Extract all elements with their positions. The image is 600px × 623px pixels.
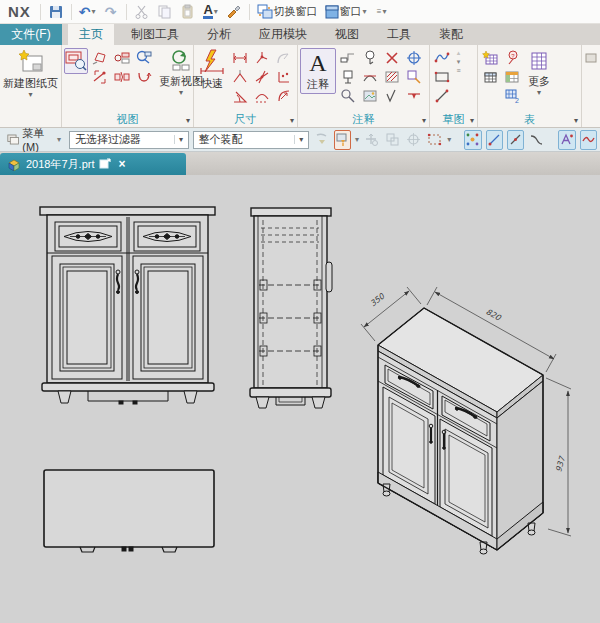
tab-view[interactable]: 视图	[324, 24, 370, 45]
angular-dimension-button[interactable]	[230, 86, 250, 105]
spline-point-toggle[interactable]	[558, 130, 575, 150]
annotation-group-caret-icon[interactable]: ▾	[422, 116, 426, 125]
fillet-dimension-button[interactable]	[274, 48, 294, 67]
isometric-view[interactable]	[378, 308, 543, 554]
sketch-group-caret-icon[interactable]: ▾	[470, 116, 474, 125]
filter-caret-icon[interactable]: ▾	[355, 135, 359, 144]
top-view[interactable]	[44, 470, 214, 552]
base-view-button[interactable]	[64, 48, 88, 74]
annotation-tool-column	[404, 48, 424, 105]
copy-object-button[interactable]	[384, 130, 401, 150]
radial-dimension-button[interactable]	[274, 86, 294, 105]
save-button[interactable]	[46, 2, 66, 22]
tab-application[interactable]: 应用模块	[248, 24, 318, 45]
section-view-button[interactable]	[90, 67, 110, 86]
selection-filter-caret-icon: ▾	[174, 135, 188, 144]
side-view[interactable]	[250, 208, 332, 408]
tab-home[interactable]: 主页	[68, 24, 114, 45]
snap-point-toggle[interactable]	[464, 130, 481, 150]
ordinate-dimension-button[interactable]	[252, 48, 272, 67]
rectangle-select-button[interactable]	[426, 130, 443, 150]
group-content: ?	[478, 45, 581, 111]
delete-annotation-button[interactable]	[382, 48, 402, 67]
projected-view-button[interactable]	[90, 48, 110, 67]
rapid-dimension-button[interactable]: 快速	[196, 48, 228, 92]
rectangle-button[interactable]	[432, 67, 452, 86]
revolved-section-button[interactable]	[134, 67, 154, 86]
auto-balloon-button[interactable]: ?	[502, 48, 522, 67]
paste-button[interactable]	[178, 2, 198, 22]
format-painter-button[interactable]	[224, 2, 244, 22]
snap-scope-button[interactable]	[405, 130, 422, 150]
update-parts-list-button[interactable]: 2	[502, 86, 522, 105]
magnify-note-button[interactable]	[338, 86, 358, 105]
midpoint-snap-toggle[interactable]	[507, 130, 524, 150]
chain-dimension-button[interactable]	[252, 67, 272, 86]
target-point-button[interactable]	[404, 48, 424, 67]
studio-spline-button[interactable]	[432, 48, 452, 67]
sketch-scroll-down-icon[interactable]: ▾	[454, 57, 463, 66]
customize-qat-button[interactable]: ≡ ▾	[372, 2, 392, 22]
selection-filter-combo[interactable]: 无选择过滤器 ▾	[69, 131, 188, 149]
line-button[interactable]	[432, 86, 452, 105]
view-wizard-button[interactable]	[134, 48, 154, 67]
sketch-scroll-up-icon[interactable]: ▴	[454, 48, 463, 57]
update-views-icon	[169, 49, 193, 73]
endpoint-snap-toggle[interactable]	[486, 130, 503, 150]
arc-length-dimension-button[interactable]	[252, 86, 272, 105]
rapid-dimension-icon	[199, 49, 225, 75]
coordinate-dimension-button[interactable]	[274, 67, 294, 86]
document-tab[interactable]: 2018年7月.prt ×	[0, 153, 186, 175]
surface-finish-button[interactable]	[382, 86, 402, 105]
image-button[interactable]	[360, 86, 380, 105]
cut-button[interactable]	[132, 2, 152, 22]
selection-scope-combo[interactable]: 整个装配 ▾	[193, 131, 309, 149]
front-view[interactable]	[40, 207, 215, 404]
note-button[interactable]: A 注释	[300, 48, 336, 94]
undo-button[interactable]: ↶ ▾	[77, 2, 98, 22]
datum-feature-button[interactable]	[338, 67, 358, 86]
clipped-tool-button[interactable]	[584, 48, 598, 67]
menu-button[interactable]: 菜单(M) ▾	[3, 124, 65, 155]
tab-assemblies[interactable]: 装配	[428, 24, 474, 45]
tab-file[interactable]: 文件(F)	[0, 24, 62, 45]
tab-analysis[interactable]: 分析	[196, 24, 242, 45]
select-mode-caret-icon[interactable]: ▾	[447, 135, 451, 144]
tab-drafting-tools[interactable]: 制图工具	[120, 24, 190, 45]
drawing-canvas[interactable]: 350 820 937	[0, 175, 600, 623]
feature-control-frame-button[interactable]	[338, 48, 358, 67]
copy-button[interactable]	[155, 2, 175, 22]
window-menu-button[interactable]: 窗口 ▾	[323, 2, 369, 22]
font-color-button[interactable]: A ▾	[201, 2, 221, 22]
bend-table-button[interactable]	[502, 67, 522, 86]
table-more-button[interactable]: 更多 ▾	[524, 48, 554, 97]
parts-list-button[interactable]	[480, 67, 500, 86]
dimension-group-caret-icon[interactable]: ▾	[290, 116, 294, 125]
weld-symbol-button[interactable]	[404, 86, 424, 105]
detail-view-button[interactable]	[112, 48, 132, 67]
dimension-height[interactable]: 937	[546, 378, 571, 536]
view-group-caret-icon[interactable]: ▾	[186, 116, 190, 125]
linear-dimension-button[interactable]	[230, 48, 250, 67]
break-view-button[interactable]	[112, 67, 132, 86]
crosshatch-button[interactable]	[382, 67, 402, 86]
intersection-symbol-button[interactable]	[360, 67, 380, 86]
ribbon-tab-bar: 文件(F) 主页 制图工具 分析 应用模块 视图 工具 装配	[0, 24, 600, 45]
tab-tools[interactable]: 工具	[376, 24, 422, 45]
table-group-caret-icon[interactable]: ▾	[574, 116, 578, 125]
edit-symbol-button[interactable]	[404, 67, 424, 86]
sketch-gallery-overflow-icon[interactable]: ≡	[454, 66, 463, 75]
close-tab-icon[interactable]: ×	[116, 157, 127, 171]
redo-button[interactable]: ↷	[101, 2, 121, 22]
balloon-button[interactable]	[360, 48, 380, 67]
sine-curve-toggle[interactable]	[580, 130, 597, 150]
new-sheet-button[interactable]: 新建图纸页 ▾	[0, 48, 61, 99]
curve-snap-toggle[interactable]	[528, 130, 545, 150]
switch-window-button[interactable]: 切换窗口	[255, 2, 320, 22]
chamfer-dimension-button[interactable]	[230, 67, 250, 86]
tabular-note-button[interactable]	[480, 48, 500, 67]
highlight-related-button[interactable]	[313, 130, 330, 150]
interior-selection-filter-button[interactable]	[334, 130, 351, 150]
move-object-button[interactable]	[363, 130, 380, 150]
drafting-sheet[interactable]: 350 820 937	[0, 175, 600, 623]
